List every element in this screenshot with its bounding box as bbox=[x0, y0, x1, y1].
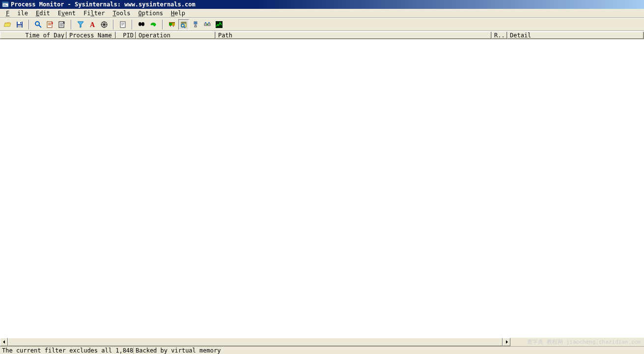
column-header-row: Time of Day Process Name PID Operation P… bbox=[0, 31, 644, 39]
svg-rect-28 bbox=[181, 22, 186, 24]
col-detail[interactable]: Detail bbox=[507, 31, 644, 39]
svg-rect-18 bbox=[120, 22, 125, 28]
show-process-button[interactable] bbox=[202, 19, 213, 30]
event-list[interactable] bbox=[0, 39, 644, 338]
svg-point-8 bbox=[35, 22, 39, 26]
menu-tools[interactable]: Tools bbox=[109, 10, 134, 17]
save-button[interactable] bbox=[14, 19, 25, 30]
show-registry-button[interactable] bbox=[167, 19, 177, 30]
menu-options[interactable]: Options bbox=[135, 10, 168, 17]
toolbar-separator bbox=[162, 20, 163, 30]
title-bar: Process Monitor - Sysinternals: www.sysi… bbox=[0, 0, 644, 9]
svg-rect-32 bbox=[195, 22, 196, 24]
toolbar-separator bbox=[28, 20, 29, 30]
svg-rect-6 bbox=[18, 25, 22, 28]
menu-file[interactable]: File bbox=[2, 10, 32, 17]
toolbar-separator bbox=[132, 20, 133, 30]
svg-rect-38 bbox=[205, 22, 206, 23]
scroll-track[interactable] bbox=[8, 338, 503, 346]
event-properties-button[interactable] bbox=[117, 19, 128, 30]
col-op[interactable]: Operation bbox=[136, 31, 216, 39]
jump-to-button[interactable] bbox=[148, 19, 159, 30]
svg-rect-35 bbox=[204, 24, 207, 26]
svg-rect-36 bbox=[208, 24, 210, 26]
col-result[interactable]: R.. bbox=[492, 31, 507, 39]
show-profiling-button[interactable] bbox=[214, 19, 224, 30]
autoscroll-button[interactable] bbox=[45, 19, 56, 30]
highlight-button[interactable]: A bbox=[87, 19, 98, 30]
status-filter-text: The current filter excludes all 1,848,64… bbox=[0, 347, 134, 354]
svg-rect-22 bbox=[169, 23, 172, 26]
svg-rect-23 bbox=[172, 23, 175, 26]
horizontal-scrollbar bbox=[0, 338, 644, 346]
toolbar: A bbox=[0, 18, 644, 31]
scroll-left-button[interactable] bbox=[0, 338, 8, 346]
show-file-button[interactable] bbox=[178, 19, 189, 30]
include-process-button[interactable] bbox=[99, 19, 110, 30]
svg-line-9 bbox=[39, 25, 41, 28]
show-network-button[interactable] bbox=[190, 19, 201, 30]
open-button[interactable] bbox=[2, 19, 13, 30]
window-title: Process Monitor - Sysinternals: www.sysi… bbox=[11, 1, 196, 8]
toolbar-separator bbox=[71, 20, 72, 30]
menu-filter[interactable]: Filter bbox=[80, 10, 109, 17]
status-bar: The current filter excludes all 1,848,64… bbox=[0, 346, 644, 354]
svg-text:A: A bbox=[90, 21, 95, 29]
svg-rect-3 bbox=[3, 5, 7, 6]
svg-rect-21 bbox=[141, 24, 142, 25]
capture-button[interactable] bbox=[33, 19, 44, 30]
app-icon bbox=[2, 1, 9, 8]
menu-help[interactable]: Help bbox=[167, 10, 189, 17]
col-pid[interactable]: PID bbox=[116, 31, 136, 39]
scrollbar-dead-area bbox=[510, 338, 644, 346]
svg-rect-1 bbox=[2, 2, 8, 3]
svg-point-25 bbox=[170, 26, 171, 27]
scroll-right-button[interactable] bbox=[503, 338, 510, 346]
menu-bar: File Edit Event Filter Tools Options Hel… bbox=[0, 9, 644, 18]
col-process[interactable]: Process Name bbox=[67, 31, 116, 39]
toolbar-separator bbox=[113, 20, 114, 30]
clear-button[interactable] bbox=[56, 19, 67, 30]
col-path[interactable]: Path bbox=[216, 31, 492, 39]
status-backing-text: Backed by virtual memory bbox=[134, 347, 223, 354]
svg-point-26 bbox=[173, 26, 174, 27]
menu-event[interactable]: Event bbox=[54, 10, 80, 17]
col-time[interactable]: Time of Day bbox=[0, 31, 67, 39]
find-button[interactable] bbox=[136, 19, 147, 30]
filter-button[interactable] bbox=[75, 19, 86, 30]
svg-rect-11 bbox=[59, 22, 64, 28]
svg-rect-24 bbox=[169, 22, 175, 23]
svg-rect-2 bbox=[3, 4, 6, 5]
svg-rect-7 bbox=[20, 22, 21, 24]
scroll-thumb[interactable] bbox=[8, 338, 503, 346]
svg-rect-39 bbox=[208, 22, 210, 23]
menu-edit[interactable]: Edit bbox=[32, 10, 54, 17]
svg-rect-10 bbox=[47, 22, 52, 28]
svg-rect-33 bbox=[195, 26, 196, 27]
